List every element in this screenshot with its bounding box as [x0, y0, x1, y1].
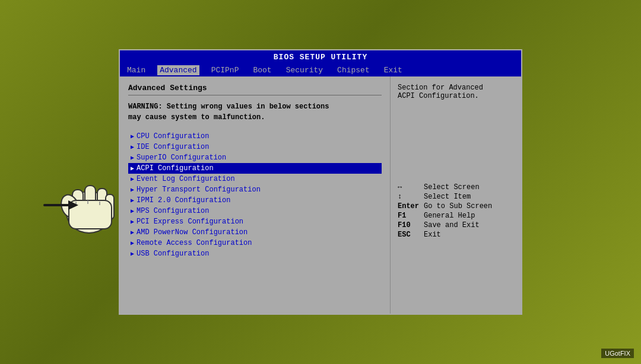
help-key-description: General Help: [424, 212, 475, 220]
menu-list-item[interactable]: ▶CPU Configuration: [128, 131, 382, 142]
menu-item-label: Remote Access Configuration: [137, 239, 252, 247]
svg-marker-11: [68, 200, 78, 210]
section-title: Advanced Settings: [128, 84, 382, 92]
bios-window: BIOS SETUP UTILITY MainAdvancedPCIPnPBoo…: [119, 49, 522, 315]
menu-list-item[interactable]: ▶IDE Configuration: [128, 142, 382, 152]
help-key-row: ↔Select Screen: [398, 183, 514, 191]
hand-pointer-icon: [36, 159, 131, 236]
menu-list-item[interactable]: ▶USB Configuration: [128, 248, 382, 259]
arrow-icon: ▶: [131, 218, 134, 225]
help-key-label: ↕: [398, 193, 419, 201]
menu-item-pcipnp[interactable]: PCIPnP: [209, 65, 242, 75]
menu-list-item[interactable]: ▶MPS Configuration: [128, 206, 382, 216]
arrow-icon: ▶: [131, 207, 134, 215]
menu-item-security[interactable]: Security: [284, 65, 325, 75]
svg-rect-1: [72, 190, 83, 219]
help-keys: ↔Select Screen↕Select ItemEnterGo to Sub…: [398, 183, 514, 239]
menu-item-label: ACPI Configuration: [137, 164, 214, 173]
menu-item-label: SuperIO Configuration: [137, 154, 226, 162]
svg-rect-2: [85, 186, 96, 218]
help-key-description: Exit: [424, 231, 441, 239]
menu-list-item[interactable]: ▶SuperIO Configuration: [128, 152, 382, 163]
bios-title: BIOS SETUP UTILITY: [120, 50, 521, 64]
bios-right-panel: Section for AdvancedACPI Configuration. …: [391, 76, 521, 314]
watermark: UGotFIX: [601, 349, 634, 358]
menu-item-exit[interactable]: Exit: [382, 65, 405, 75]
arrow-icon: ▶: [131, 250, 134, 257]
arrow-icon: ▶: [131, 197, 134, 204]
help-key-row: EnterGo to Sub Screen: [398, 202, 514, 210]
arrow-icon: ▶: [131, 133, 134, 140]
help-key-label: F10: [398, 221, 419, 229]
svg-rect-6: [69, 200, 112, 229]
help-key-description: Go to Sub Screen: [424, 202, 492, 210]
help-key-description: Select Screen: [424, 183, 480, 191]
arrow-icon: ▶: [131, 186, 134, 193]
menu-item-label: AMD PowerNow Configuration: [137, 228, 247, 237]
menu-item-label: USB Configuration: [137, 250, 209, 258]
menu-list-item[interactable]: ▶AMD PowerNow Configuration: [128, 227, 382, 238]
help-key-description: Select Item: [424, 193, 471, 201]
menu-item-label: PCI Express Configuration: [137, 218, 243, 226]
menu-list: ▶CPU Configuration▶IDE Configuration▶Sup…: [128, 131, 382, 259]
help-key-row: ESCExit: [398, 231, 514, 239]
section-divider: [128, 95, 382, 95]
svg-rect-3: [97, 189, 107, 218]
menu-item-label: MPS Configuration: [137, 207, 209, 215]
arrow-icon: ▶: [131, 229, 134, 236]
menu-item-chipset[interactable]: Chipset: [335, 65, 372, 75]
menu-list-item[interactable]: ▶Event Log Configuration: [128, 174, 382, 184]
menu-item-advanced[interactable]: Advanced: [157, 65, 199, 75]
menu-list-item[interactable]: ▶Remote Access Configuration: [128, 238, 382, 248]
menu-list-item[interactable]: ▶ACPI Configuration: [128, 163, 382, 174]
help-key-row: ↕Select Item: [398, 193, 514, 201]
help-key-row: F10Save and Exit: [398, 221, 514, 229]
menu-item-label: IDE Configuration: [137, 143, 209, 151]
help-key-label: Enter: [398, 202, 419, 210]
menu-list-item[interactable]: ▶IPMI 2.0 Configuration: [128, 195, 382, 206]
bios-left-panel: Advanced Settings WARNING: Setting wrong…: [120, 76, 391, 314]
help-key-label: ESC: [398, 231, 419, 239]
menu-list-item[interactable]: ▶PCI Express Configuration: [128, 216, 382, 227]
svg-point-5: [58, 192, 82, 220]
help-key-label: F1: [398, 212, 419, 220]
menu-list-item[interactable]: ▶Hyper Transport Configuration: [128, 184, 382, 195]
help-key-row: F1General Help: [398, 212, 514, 220]
svg-point-0: [66, 191, 112, 233]
menu-item-label: Hyper Transport Configuration: [137, 186, 261, 194]
help-key-description: Save and Exit: [424, 221, 480, 229]
menu-item-label: CPU Configuration: [137, 132, 209, 141]
menu-item-main[interactable]: Main: [125, 65, 148, 75]
arrow-icon: ▶: [131, 143, 134, 151]
menu-item-label: IPMI 2.0 Configuration: [137, 196, 230, 205]
menu-item-boot[interactable]: Boot: [250, 65, 274, 75]
arrow-icon: ▶: [131, 154, 134, 161]
arrow-icon: ▶: [131, 165, 134, 172]
bios-menu-bar: MainAdvancedPCIPnPBootSecurityChipsetExi…: [120, 64, 521, 76]
help-text: Section for AdvancedACPI Configuration.: [398, 84, 514, 100]
bios-content: Advanced Settings WARNING: Setting wrong…: [120, 76, 521, 314]
menu-item-label: Event Log Configuration: [137, 175, 235, 183]
help-key-label: ↔: [398, 183, 419, 191]
arrow-icon: ▶: [131, 240, 134, 247]
warning-text: WARNING: Setting wrong values in below s…: [128, 101, 382, 123]
arrow-icon: ▶: [131, 175, 134, 183]
svg-rect-4: [106, 194, 114, 219]
